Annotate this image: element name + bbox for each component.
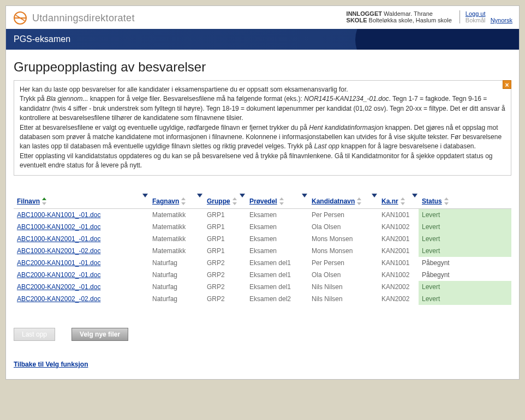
filter-icon[interactable] <box>197 194 202 197</box>
status-badge: Levert <box>419 233 511 245</box>
cell-kandidatnavn: Nils Nilsen <box>308 281 378 293</box>
cell-fagnavn: Matematikk <box>149 245 204 257</box>
banner: PGS-eksamen <box>6 29 519 50</box>
cell-gruppe: GRP2 <box>204 281 246 293</box>
logo: Utdanningsdirektoratet <box>13 10 135 26</box>
cell-gruppe: GRP2 <box>204 257 246 269</box>
cell-kanr: KAN1001 <box>378 257 419 269</box>
banner-title: PGS-eksamen <box>14 34 70 44</box>
cell-provedel: Eksamen <box>246 233 308 245</box>
school-name: Bolteløkka skole, Haslum skole <box>369 17 452 23</box>
table-header-row: Filnavn Fagnavn Gruppe Prøvedel Kandidat… <box>14 195 511 209</box>
sort-icon <box>232 197 238 205</box>
lang-nynorsk-link[interactable]: Nynorsk <box>491 17 512 23</box>
col-header-gruppe[interactable]: Gruppe <box>204 195 246 209</box>
sort-icon <box>181 197 187 205</box>
cell-fagnavn: Naturfag <box>149 269 204 281</box>
cell-provedel: Eksamen del2 <box>246 293 308 305</box>
status-badge: Levert <box>419 245 511 257</box>
sort-icon <box>42 197 47 205</box>
cell-kanr: KAN2002 <box>378 281 419 293</box>
info-p2: Etter at besvarelsesfilene er valgt og e… <box>20 123 505 152</box>
filter-icon[interactable] <box>412 194 417 197</box>
cell-fagnavn: Matematikk <box>149 209 204 221</box>
cell-provedel: Eksamen <box>246 245 308 257</box>
org-name: Utdanningsdirektoratet <box>32 13 135 24</box>
table-row: ABC1000-KAN2001_-01.docMatematikkGRP1Eks… <box>14 233 511 245</box>
cell-fagnavn: Naturfag <box>149 257 204 269</box>
login-info: INNLOGGET Waldemar. Thrane SKOLE Boltelø… <box>347 10 452 23</box>
user-name: Waldemar. Thrane <box>384 10 433 17</box>
cell-fagnavn: Matematikk <box>149 221 204 233</box>
col-header-kandidatnavn[interactable]: Kandidatnavn <box>308 195 378 209</box>
filter-icon[interactable] <box>240 194 245 197</box>
cell-gruppe: GRP1 <box>204 221 246 233</box>
status-badge: Påbegynt <box>419 257 511 269</box>
cell-fagnavn: Naturfag <box>149 293 204 305</box>
cell-gruppe: GRP1 <box>204 233 246 245</box>
sort-icon <box>401 197 406 205</box>
filter-icon[interactable] <box>372 194 377 197</box>
close-icon[interactable]: × <box>503 80 511 89</box>
file-link[interactable]: ABC1000-KAN1001_-01.doc <box>17 211 100 219</box>
cell-fagnavn: Naturfag <box>149 281 204 293</box>
sort-icon <box>279 197 285 205</box>
col-header-fagnavn[interactable]: Fagnavn <box>149 195 204 209</box>
cell-kandidatnavn: Ola Olsen <box>308 269 378 281</box>
table-row: ABC2000-KAN1002_-01.docNaturfagGRP2Eksam… <box>14 269 511 281</box>
file-link[interactable]: ABC2000-KAN1002_-01.doc <box>17 271 100 279</box>
cell-kanr: KAN2002 <box>378 293 419 305</box>
col-header-status[interactable]: Status <box>419 195 511 209</box>
cell-gruppe: GRP1 <box>204 209 246 221</box>
col-header-filnavn[interactable]: Filnavn <box>14 195 149 209</box>
status-badge: Levert <box>419 209 511 221</box>
cell-kanr: KAN2001 <box>378 233 419 245</box>
results-table: Filnavn Fagnavn Gruppe Prøvedel Kandidat… <box>14 195 511 305</box>
logged-in-label: INNLOGGET <box>347 10 382 17</box>
header-links: Logg ut Bokmål Nynorsk <box>460 10 512 23</box>
app-window: Utdanningsdirektoratet INNLOGGET Waldema… <box>5 5 520 380</box>
file-link[interactable]: ABC1000-KAN2001_-01.doc <box>17 235 100 243</box>
file-link[interactable]: ABC2000-KAN2002_-02.doc <box>17 295 100 303</box>
status-badge: Levert <box>419 221 511 233</box>
filter-icon[interactable] <box>302 194 307 197</box>
col-header-provedel[interactable]: Prøvedel <box>246 195 308 209</box>
page-title: Gruppeopplasting av besvarelser <box>14 59 511 75</box>
logout-link[interactable]: Logg ut <box>466 10 486 17</box>
cell-kandidatnavn: Mons Monsen <box>308 245 378 257</box>
cell-gruppe: GRP2 <box>204 293 246 305</box>
info-p1a: Her kan du laste opp besvarelser for all… <box>20 85 505 94</box>
lang-bokmal: Bokmål <box>466 17 486 23</box>
table-row: ABC1000-KAN1002_-01.docMatematikkGRP1Eks… <box>14 221 511 233</box>
cell-kanr: KAN1001 <box>378 209 419 221</box>
back-link[interactable]: Tilbake til Velg funksjon <box>14 361 88 368</box>
cell-provedel: Eksamen <box>246 209 308 221</box>
cell-provedel: Eksamen del1 <box>246 281 308 293</box>
content: Gruppeopplasting av besvarelser × Her ka… <box>6 50 519 379</box>
filter-icon[interactable] <box>142 194 148 197</box>
file-link[interactable]: ABC2000-KAN2002_-01.doc <box>17 283 100 291</box>
table-row: ABC2000-KAN2002_-02.docNaturfagGRP2Eksam… <box>14 293 511 305</box>
cell-kanr: KAN1002 <box>378 269 419 281</box>
cell-kandidatnavn: Per Persen <box>308 257 378 269</box>
file-link[interactable]: ABC2000-KAN1001_-01.doc <box>17 259 100 267</box>
info-p1b: Trykk på Bla gjennom... knappen for å ve… <box>20 94 505 123</box>
cell-gruppe: GRP1 <box>204 245 246 257</box>
file-link[interactable]: ABC1000-KAN1002_-01.doc <box>17 223 100 231</box>
upload-button[interactable]: Last opp <box>14 328 55 341</box>
button-bar: Last opp Velg nye filer <box>14 328 511 341</box>
org-logo-icon <box>13 10 28 26</box>
cell-provedel: Eksamen del1 <box>246 269 308 281</box>
header-right: INNLOGGET Waldemar. Thrane SKOLE Boltelø… <box>347 10 512 23</box>
cell-kandidatnavn: Per Persen <box>308 209 378 221</box>
sort-icon <box>444 197 450 205</box>
cell-kandidatnavn: Nils Nilsen <box>308 293 378 305</box>
select-files-button[interactable]: Velg nye filer <box>71 328 128 341</box>
info-p3: Etter opplasting vil kandidatstatus oppd… <box>20 152 505 171</box>
school-label: SKOLE <box>347 17 367 23</box>
file-link[interactable]: ABC1000-KAN2001_-02.doc <box>17 247 100 255</box>
table-row: ABC1000-KAN1001_-01.docMatematikkGRP1Eks… <box>14 209 511 221</box>
col-header-kanr[interactable]: Ka.nr <box>378 195 419 209</box>
cell-provedel: Eksamen del1 <box>246 257 308 269</box>
cell-kanr: KAN1002 <box>378 221 419 233</box>
